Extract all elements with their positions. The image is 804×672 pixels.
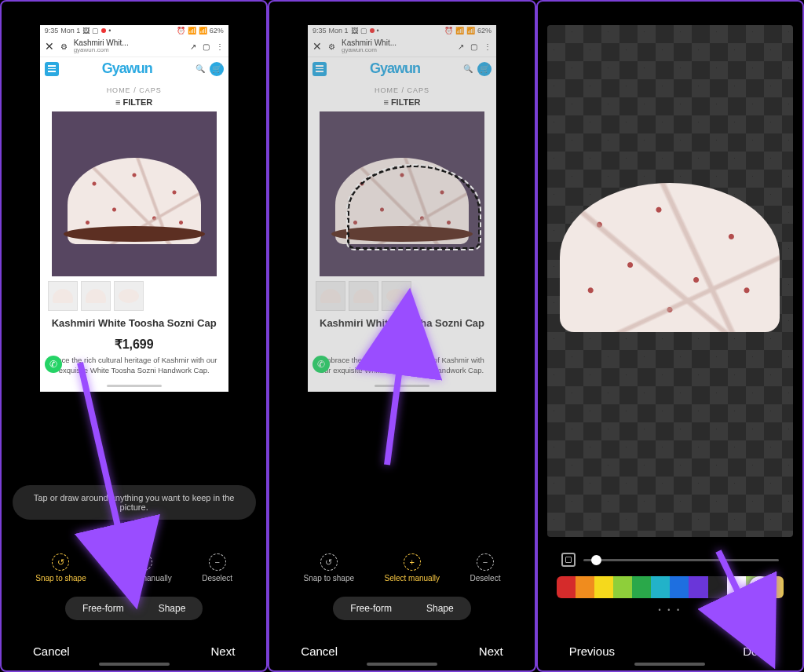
status-battery: 62% — [210, 27, 224, 35]
color-swatch[interactable] — [632, 576, 651, 598]
panel-2-selection-drawn: 9:35 Mon 1 🖼▢• ⏰📶📶 62% ✕ ⚙ Kashmiri Whit… — [268, 0, 535, 672]
select-manually-tool[interactable]: + Select manually — [116, 553, 172, 583]
outline-icon[interactable] — [561, 553, 576, 567]
site-header: Gyawun 🔍 🛒 — [40, 57, 228, 80]
cancel-button[interactable]: Cancel — [33, 645, 70, 658]
status-bar: 9:35 Mon 1 🖼▢• ⏰📶📶 62% — [40, 25, 228, 36]
size-slider[interactable] — [583, 559, 779, 561]
select-manually-tool[interactable]: + Select manually — [384, 553, 440, 583]
close-icon[interactable]: ✕ — [45, 40, 54, 53]
filter-button[interactable]: ≡ FILTER — [308, 97, 496, 107]
product-description: Embrace the rich cultural heritage of Ka… — [308, 355, 496, 382]
menu-icon[interactable]: ⋮ — [484, 42, 492, 51]
hamburger-icon[interactable] — [312, 62, 327, 76]
snap-to-shape-tool[interactable]: ↺ Snap to shape — [35, 553, 86, 583]
color-swatch[interactable] — [594, 576, 613, 598]
instruction-tooltip: Tap or draw around anything you want to … — [13, 485, 256, 520]
freeform-mode[interactable]: Free-form — [65, 597, 141, 620]
thumbnail-2[interactable] — [81, 281, 111, 311]
cancel-button[interactable]: Cancel — [301, 645, 338, 658]
panel-1-select-tool: 9:35 Mon 1 🖼▢• ⏰📶📶 62% ✕ ⚙ Kashmiri Whit… — [0, 0, 268, 672]
site-info-icon[interactable]: ⚙ — [328, 42, 335, 51]
extracted-sticker[interactable] — [560, 183, 780, 332]
search-icon[interactable]: 🔍 — [196, 64, 205, 73]
selection-marquee — [347, 165, 481, 250]
eyedropper-icon[interactable]: ✎ — [749, 576, 771, 598]
tool-label: Deselect — [202, 574, 232, 583]
selection-tools: ↺ Snap to shape + Select manually − Dese… — [2, 553, 266, 583]
color-swatch[interactable] — [689, 576, 707, 598]
product-price: ₹1,699 — [308, 337, 496, 352]
bookmark-icon[interactable]: ▢ — [203, 42, 210, 51]
search-icon[interactable]: 🔍 — [463, 64, 473, 73]
breadcrumb[interactable]: HOME / CAPS — [40, 86, 228, 94]
transparency-canvas[interactable] — [547, 25, 793, 537]
color-swatch[interactable] — [613, 576, 632, 598]
color-swatch[interactable] — [708, 576, 727, 598]
thumbnail-2[interactable] — [349, 281, 378, 311]
color-swatch[interactable] — [651, 576, 670, 598]
share-icon[interactable]: ↗ — [458, 42, 464, 51]
close-icon[interactable]: ✕ — [312, 40, 322, 53]
product-description: brace the rich cultural heritage of Kash… — [40, 355, 228, 382]
product-title: Kashmiri White Toosha Sozni Cap — [308, 316, 496, 332]
gesture-bar — [634, 663, 705, 666]
browser-toolbar: ✕ ⚙ Kashmiri Whit... gyawun.com ↗ ▢ ⋮ — [40, 36, 228, 57]
color-swatch[interactable] — [557, 576, 576, 598]
freeform-mode[interactable]: Free-form — [333, 597, 409, 620]
shape-mode[interactable]: Shape — [409, 597, 471, 620]
svg-line-1 — [80, 363, 127, 567]
deselect-tool[interactable]: − Deselect — [470, 553, 501, 583]
thumbnail-3[interactable] — [382, 281, 411, 311]
color-swatch[interactable] — [576, 576, 594, 598]
done-button[interactable]: Done — [743, 645, 771, 658]
shape-mode[interactable]: Shape — [141, 597, 203, 620]
browser-toolbar: ✕ ⚙ Kashmiri Whit... gyawun.com ↗ ▢ ⋮ — [308, 36, 496, 57]
hamburger-icon[interactable] — [45, 62, 59, 76]
site-logo[interactable]: Gyawun — [370, 60, 420, 77]
tool-label: Snap to shape — [35, 574, 86, 583]
cart-icon[interactable]: 🛒 — [210, 62, 224, 76]
page-domain: gyawun.com — [74, 47, 184, 53]
shape-mode-toggle: Free-form Shape — [2, 597, 266, 620]
whatsapp-icon[interactable]: ✆ — [45, 356, 62, 373]
next-button[interactable]: Next — [479, 645, 503, 658]
product-thumbnails — [40, 276, 228, 316]
panel-3-sticker-result: ✎ • • • Previous Done — [536, 0, 804, 672]
thumbnail-1[interactable] — [316, 281, 345, 311]
record-icon — [101, 28, 106, 33]
bookmark-icon[interactable]: ▢ — [470, 42, 477, 51]
color-swatch[interactable] — [727, 576, 746, 598]
outline-size-control — [561, 553, 779, 567]
slider-knob[interactable] — [591, 555, 601, 565]
product-title: Kashmiri White Toosha Sozni Cap — [40, 316, 228, 332]
gesture-bar — [367, 663, 437, 666]
site-info-icon[interactable]: ⚙ — [60, 42, 68, 51]
screenshot-content-dimmed: 9:35 Mon 1 🖼▢• ⏰📶📶 62% ✕ ⚙ Kashmiri Whit… — [308, 25, 496, 392]
tool-label: Select manually — [116, 574, 172, 583]
deselect-tool[interactable]: − Deselect — [202, 553, 232, 583]
page-indicator: • • • — [538, 606, 802, 614]
product-main-image[interactable] — [52, 111, 217, 276]
site-logo[interactable]: Gyawun — [102, 60, 152, 77]
status-time: 9:35 — [45, 27, 59, 35]
selection-tools: ↺ Snap to shape + Select manually − Dese… — [269, 553, 534, 583]
product-main-image[interactable] — [320, 111, 484, 276]
snap-to-shape-tool[interactable]: ↺ Snap to shape — [304, 553, 355, 583]
gesture-bar — [99, 663, 170, 666]
share-icon[interactable]: ↗ — [190, 42, 196, 51]
menu-icon[interactable]: ⋮ — [216, 42, 224, 51]
breadcrumb[interactable]: HOME / CAPS — [308, 86, 496, 94]
cart-icon[interactable]: 🛒 — [477, 62, 492, 76]
product-price: ₹1,699 — [40, 337, 228, 352]
status-day: Mon 1 — [60, 27, 80, 35]
next-button[interactable]: Next — [210, 645, 235, 658]
status-bar: 9:35 Mon 1 🖼▢• ⏰📶📶 62% — [308, 25, 496, 36]
thumbnail-1[interactable] — [48, 281, 78, 311]
thumbnail-3[interactable] — [114, 281, 144, 311]
screenshot-content: 9:35 Mon 1 🖼▢• ⏰📶📶 62% ✕ ⚙ Kashmiri Whit… — [40, 25, 228, 392]
color-swatch[interactable] — [670, 576, 689, 598]
previous-button[interactable]: Previous — [569, 645, 615, 658]
filter-button[interactable]: ≡ FILTER — [40, 97, 228, 107]
